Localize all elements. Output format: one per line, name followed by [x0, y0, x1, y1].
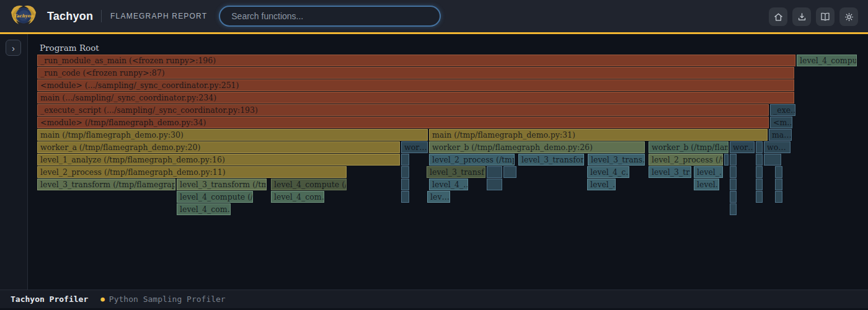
- flame-bar[interactable]: ma…: [769, 129, 792, 141]
- flame-bar[interactable]: _exe…: [770, 104, 795, 116]
- flame-bar[interactable]: level_3_tr…: [649, 166, 691, 178]
- flame-bar[interactable]: [730, 179, 737, 190]
- flame-bar[interactable]: level_2_process (/tmp/flamegraph_demo.py…: [37, 166, 347, 178]
- flame-bar[interactable]: [756, 191, 763, 203]
- flame-bar[interactable]: _run_code (<frozen runpy>:87): [37, 67, 794, 79]
- flame-bar[interactable]: [775, 191, 782, 203]
- content: › Program Root _run_module_as_main (<fro…: [0, 34, 868, 290]
- flame-bar[interactable]: worker_b (/tmp/flame…: [649, 141, 728, 153]
- flame-bar[interactable]: wor…: [730, 141, 755, 153]
- header-divider: [101, 10, 102, 22]
- flamegraph: Program Root _run_module_as_main (<froze…: [28, 34, 868, 290]
- flame-bar[interactable]: [401, 179, 409, 190]
- flame-bar[interactable]: level_3_transform (/tmp/flamegraph_dem…: [37, 179, 175, 190]
- download-icon: [797, 12, 807, 22]
- flame-bar[interactable]: _execute_script (.../sampling/_sync_coor…: [37, 104, 769, 116]
- sidebar: ›: [0, 34, 28, 290]
- flame-bar[interactable]: level_3_trans…: [588, 154, 645, 166]
- flame-bar[interactable]: main (.../sampling/_sync_coordinator.py:…: [37, 92, 794, 104]
- home-button[interactable]: [769, 7, 787, 26]
- flame-bar[interactable]: level_4_com…: [177, 203, 231, 215]
- flame-bar[interactable]: [401, 191, 409, 203]
- flame-bar[interactable]: [724, 154, 728, 166]
- flame-bar[interactable]: [401, 154, 409, 166]
- flame-bar[interactable]: level…: [694, 179, 719, 190]
- flame-bar[interactable]: level_2_process (/tm…: [649, 154, 723, 166]
- status-app-name: Tachyon Profiler: [11, 294, 88, 304]
- search-input[interactable]: [219, 6, 441, 27]
- flame-bar[interactable]: [775, 166, 782, 178]
- flame-bar[interactable]: [756, 179, 763, 190]
- report-label: FLAMEGRAPH REPORT: [110, 12, 207, 20]
- flame-bar[interactable]: [756, 166, 763, 178]
- flame-bar[interactable]: level_…: [587, 179, 616, 190]
- chevron-right-icon: ›: [12, 43, 15, 53]
- status-dot-icon: ●: [100, 295, 105, 303]
- flame-bar[interactable]: [775, 179, 782, 190]
- svg-text:Tachyon: Tachyon: [14, 13, 34, 19]
- flame-bar[interactable]: level_2_process (/tmp/fla…: [429, 154, 515, 166]
- flame-bar[interactable]: <module> (.../sampling/_sync_coordinator…: [37, 79, 794, 91]
- brightness-icon: [844, 12, 854, 22]
- flame-bar[interactable]: [730, 154, 737, 166]
- flame-bar[interactable]: level_4_c…: [587, 166, 629, 178]
- flame-bar[interactable]: level_4_comput…: [797, 55, 857, 66]
- flame-bar[interactable]: [487, 166, 502, 178]
- flame-bar[interactable]: worker_b (/tmp/flamegraph_demo.py:26): [429, 141, 645, 153]
- flame-bar[interactable]: level_4_compute (/t…: [271, 179, 347, 190]
- flame-bar[interactable]: [756, 141, 763, 153]
- flame-bar[interactable]: level_…: [694, 166, 723, 178]
- flame-root-frame[interactable]: Program Root: [40, 43, 99, 53]
- flame-bar[interactable]: main (/tmp/flamegraph_demo.py:31): [429, 129, 768, 141]
- flame-bar[interactable]: level_1_analyze (/tmp/flamegraph_demo.py…: [37, 154, 400, 166]
- flame-bar[interactable]: main (/tmp/flamegraph_demo.py:30): [37, 129, 428, 141]
- flame-bar[interactable]: level_4_com…: [271, 191, 324, 203]
- tachyon-logo-icon: Tachyon: [10, 2, 37, 30]
- flame-bar[interactable]: wo…: [764, 141, 790, 153]
- docs-button[interactable]: [816, 7, 835, 26]
- flame-bar[interactable]: _run_module_as_main (<frozen runpy>:196): [37, 55, 795, 66]
- flame-bar[interactable]: lev…: [427, 191, 450, 203]
- flame-bar[interactable]: [401, 166, 409, 178]
- app-title: Tachyon: [47, 10, 93, 23]
- flame-bar[interactable]: level_3_transf…: [427, 166, 485, 178]
- flame-bar[interactable]: [730, 166, 737, 178]
- flame-bar[interactable]: [487, 179, 502, 190]
- download-button[interactable]: [792, 7, 811, 26]
- sidebar-toggle-button[interactable]: ›: [6, 40, 21, 56]
- flame-bar[interactable]: worker_a (/tmp/flamegraph_demo.py:20): [37, 141, 400, 153]
- flame-bar[interactable]: [764, 154, 781, 166]
- flame-bar[interactable]: [730, 203, 737, 215]
- flame-bar[interactable]: level_4_compute (/t…: [177, 191, 253, 203]
- theme-button[interactable]: [839, 7, 858, 26]
- status-bar: Tachyon Profiler ● Python Sampling Profi…: [0, 290, 868, 308]
- book-icon: [820, 11, 831, 22]
- flame-bar[interactable]: <module> (/tmp/flamegraph_demo.py:34): [37, 117, 769, 128]
- flame-bar[interactable]: wor…: [401, 141, 428, 153]
- flame-bar[interactable]: <m…: [770, 117, 792, 128]
- header: Tachyon Tachyon FLAMEGRAPH REPORT: [0, 0, 868, 34]
- flame-bar[interactable]: [730, 191, 737, 203]
- status-profiler-type: Python Sampling Profiler: [109, 294, 226, 304]
- flame-bar[interactable]: level_4_…: [429, 179, 468, 190]
- flame-bar[interactable]: level_3_transform…: [518, 154, 584, 166]
- flame-bar[interactable]: [756, 154, 763, 166]
- flame-bar[interactable]: [503, 166, 516, 178]
- home-icon: [773, 12, 784, 22]
- flame-bar[interactable]: level_3_transform (/tmp/fl…: [177, 179, 267, 190]
- toolbar: [769, 7, 858, 26]
